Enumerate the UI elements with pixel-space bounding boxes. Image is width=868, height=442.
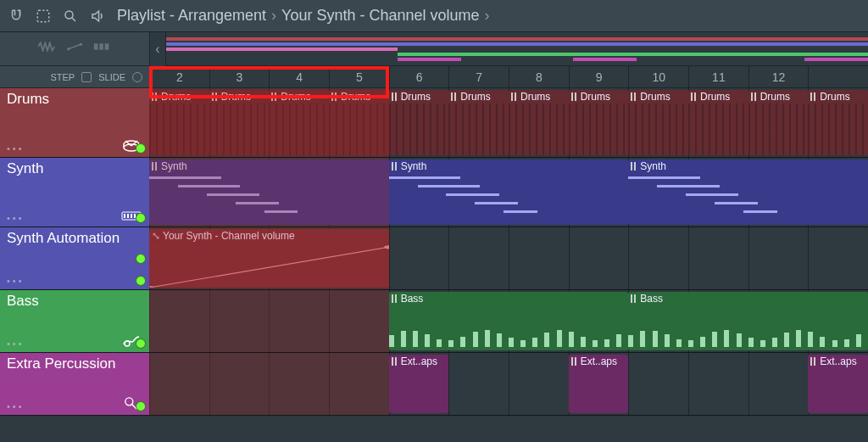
- clip-label: Drums: [149, 90, 209, 104]
- track-header[interactable]: Extra Percussion•••: [0, 353, 149, 415]
- clip[interactable]: Drums: [509, 90, 569, 155]
- track-mute-toggle[interactable]: [136, 338, 146, 349]
- pattern-tool-icon[interactable]: [92, 40, 111, 59]
- track-lane[interactable]: BassBass: [149, 290, 868, 352]
- slide-toggle[interactable]: [132, 72, 142, 82]
- track-lane[interactable]: ⤡ Your Synth - Channel volume: [149, 227, 868, 289]
- ruler-bar[interactable]: 9: [569, 66, 629, 87]
- clip[interactable]: Drums: [209, 90, 270, 155]
- pattern-icon: [331, 92, 338, 101]
- scroll-left-button[interactable]: ‹: [149, 32, 166, 66]
- clip[interactable]: Drums: [569, 90, 629, 155]
- track-lane[interactable]: SynthSynthSynth: [149, 158, 868, 227]
- waveform-icon[interactable]: [38, 40, 57, 59]
- pattern-icon: [392, 294, 398, 303]
- breadcrumb-part2[interactable]: Your Synth - Channel volume: [281, 7, 479, 25]
- track-menu-icon[interactable]: •••: [7, 276, 25, 286]
- clip-label: Drums: [389, 90, 449, 104]
- step-toggle[interactable]: [81, 72, 92, 82]
- clip[interactable]: Drums: [269, 90, 329, 155]
- pattern-icon: [392, 162, 398, 171]
- track-row: Drums•••DrumsDrumsDrumsDrumsDrumsDrumsDr…: [0, 88, 868, 158]
- breadcrumb-part1[interactable]: Playlist - Arrangement: [117, 7, 266, 25]
- automation-tool-icon[interactable]: [65, 40, 84, 59]
- clip[interactable]: Bass: [628, 292, 868, 350]
- clip[interactable]: Ext..aps: [808, 355, 868, 413]
- ruler-row: STEP SLIDE 23456789101112: [0, 66, 868, 88]
- pattern-icon: [631, 162, 637, 171]
- ruler-bar[interactable]: 2: [149, 66, 209, 87]
- zoom-icon[interactable]: [63, 8, 78, 24]
- ruler-bar[interactable]: 5: [329, 66, 389, 87]
- pattern-icon: [810, 357, 817, 366]
- clip[interactable]: Drums: [688, 90, 748, 155]
- track-header[interactable]: Synth•••: [0, 158, 149, 227]
- track-header[interactable]: Bass•••: [0, 290, 149, 352]
- clip[interactable]: Drums: [628, 90, 688, 155]
- playlist-toolbar: Playlist - Arrangement › Your Synth - Ch…: [0, 0, 868, 32]
- track-row: Extra Percussion•••Ext..apsExt..apsExt..…: [0, 353, 868, 416]
- track-menu-icon[interactable]: •••: [7, 213, 25, 223]
- clip[interactable]: Synth: [149, 159, 389, 225]
- track-name: Synth: [7, 161, 142, 177]
- ruler-bar[interactable]: [808, 66, 868, 87]
- step-label: STEP: [50, 72, 75, 82]
- pattern-icon: [152, 162, 159, 171]
- track-header[interactable]: Synth Automation•••: [0, 227, 149, 289]
- ruler-bar[interactable]: 3: [209, 66, 270, 87]
- track-mute-toggle[interactable]: [136, 276, 146, 286]
- clip[interactable]: Drums: [808, 90, 868, 155]
- toolbar-secondary: ‹: [0, 32, 868, 66]
- ruler-bar[interactable]: 8: [509, 66, 569, 87]
- ruler-bar[interactable]: 11: [688, 66, 748, 87]
- ruler-bar[interactable]: 12: [748, 66, 809, 87]
- svg-point-16: [125, 341, 130, 346]
- clip[interactable]: Synth: [389, 159, 629, 225]
- ruler-bar[interactable]: 6: [389, 66, 449, 87]
- track-row: Synth Automation•••⤡ Your Synth - Channe…: [0, 227, 868, 290]
- track-menu-icon[interactable]: •••: [7, 401, 25, 411]
- clip[interactable]: Drums: [329, 90, 389, 155]
- clip[interactable]: Ext..aps: [389, 355, 449, 413]
- track-lane[interactable]: DrumsDrumsDrumsDrumsDrumsDrumsDrumsDrums…: [149, 88, 868, 157]
- clip[interactable]: Drums: [389, 90, 449, 155]
- clip[interactable]: ⤡ Your Synth - Channel volume: [149, 229, 389, 288]
- track-menu-icon[interactable]: •••: [7, 143, 25, 154]
- track-mute-toggle[interactable]: [136, 401, 146, 411]
- track-lane[interactable]: Ext..apsExt..apsExt..aps: [149, 353, 868, 415]
- pattern-icon: [571, 357, 578, 366]
- svg-rect-0: [37, 10, 49, 22]
- selection-icon[interactable]: [36, 8, 51, 24]
- clip-label: Synth: [628, 159, 868, 173]
- volume-icon[interactable]: [90, 8, 105, 24]
- pattern-icon: [691, 92, 698, 101]
- magnet-icon[interactable]: [8, 8, 24, 24]
- track-header-tools: [0, 32, 149, 65]
- svg-rect-6: [105, 43, 109, 49]
- track-menu-icon[interactable]: •••: [7, 338, 25, 349]
- pattern-icon: [271, 92, 278, 101]
- ruler-bar[interactable]: 10: [628, 66, 688, 87]
- track-name: Synth Automation: [7, 231, 142, 247]
- clip[interactable]: Drums: [748, 90, 809, 155]
- svg-point-14: [149, 286, 154, 288]
- breadcrumb[interactable]: Playlist - Arrangement › Your Synth - Ch…: [117, 7, 490, 25]
- track-mute-toggle[interactable]: [136, 254, 146, 264]
- clip[interactable]: Bass: [389, 292, 629, 350]
- song-overview[interactable]: [166, 32, 868, 65]
- clip[interactable]: Drums: [448, 90, 509, 155]
- track-header[interactable]: Drums•••: [0, 88, 149, 157]
- clip[interactable]: Synth: [628, 159, 868, 225]
- pattern-icon: [511, 92, 518, 101]
- clip-label: Drums: [748, 90, 809, 104]
- clip-label: Ext..aps: [569, 355, 629, 368]
- pattern-icon: [392, 92, 398, 101]
- track-mute-toggle[interactable]: [136, 213, 146, 223]
- svg-point-15: [384, 245, 389, 249]
- ruler-bar[interactable]: 7: [448, 66, 509, 87]
- clip[interactable]: Ext..aps: [569, 355, 629, 413]
- clip[interactable]: Drums: [149, 90, 209, 155]
- track-mute-toggle[interactable]: [136, 143, 146, 154]
- timeline-ruler[interactable]: 23456789101112: [149, 66, 868, 87]
- ruler-bar[interactable]: 4: [269, 66, 329, 87]
